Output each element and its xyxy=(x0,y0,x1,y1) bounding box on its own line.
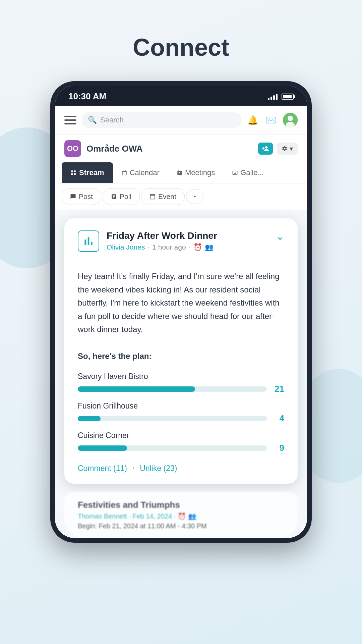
search-bar[interactable]: 🔍 Search xyxy=(82,112,241,128)
search-icon: 🔍 xyxy=(88,116,97,124)
page-title: Connect xyxy=(0,0,362,81)
poll-count-1: 21 xyxy=(272,384,284,394)
bottom-card-begin: Begin: Feb 21, 2024 at 11:00 AM - 4:30 P… xyxy=(78,522,284,530)
expand-icon[interactable]: ⌄ xyxy=(276,230,284,242)
content-area: Friday After Work Dinner Olivia Jones · … xyxy=(55,210,307,538)
poll-button-label: Poll xyxy=(120,193,131,201)
tab-calendar-label: Calendar xyxy=(130,168,160,177)
post-body-text: Hey team! It's finally Friday, and I'm s… xyxy=(78,272,280,334)
nav-tabs: Stream Calendar Meetings xyxy=(55,162,307,183)
post-time-ago: 1 hour ago xyxy=(152,243,186,251)
tab-gallery-label: Galle... xyxy=(240,168,264,177)
post-header: Friday After Work Dinner Olivia Jones · … xyxy=(78,230,284,252)
unlike-button[interactable]: Unlike (23) xyxy=(140,464,177,473)
group-actions: ▾ xyxy=(258,143,298,155)
join-group-button[interactable] xyxy=(258,143,273,155)
battery-icon xyxy=(282,94,294,100)
bottom-card-meta: Thomas Bennett · Feb 14, 2024 · ⏰ 👥 xyxy=(78,512,284,520)
tab-stream[interactable]: Stream xyxy=(62,162,113,183)
chevron-down-icon xyxy=(192,194,198,200)
poll-option-3: Cuisine Corner 9 xyxy=(78,431,284,453)
notification-icon[interactable]: 🔔 xyxy=(247,114,259,126)
post-title-area: Friday After Work Dinner Olivia Jones · … xyxy=(107,230,268,251)
post-button-label: Post xyxy=(79,193,93,201)
poll-bar-fill-1 xyxy=(78,386,195,392)
post-author[interactable]: Olivia Jones xyxy=(107,243,145,251)
poll-count-2: 4 xyxy=(272,413,284,424)
group-logo: OO xyxy=(64,140,81,157)
svg-rect-4 xyxy=(74,170,76,172)
poll-bar-bg-1 xyxy=(78,386,267,392)
calendar-icon xyxy=(122,170,127,175)
poll-bar-bg-2 xyxy=(78,416,267,421)
bar-chart-icon xyxy=(82,234,95,248)
post-button[interactable]: Post xyxy=(62,188,101,205)
tab-gallery[interactable]: Galle... xyxy=(224,162,273,183)
menu-icon[interactable] xyxy=(64,116,76,124)
svg-point-1 xyxy=(288,116,293,121)
poll-icon xyxy=(111,194,117,200)
tab-stream-label: Stream xyxy=(79,168,104,177)
action-row: Post Poll Event xyxy=(55,183,307,210)
group-logo-letters: OO xyxy=(67,144,78,153)
comment-button[interactable]: Comment (11) xyxy=(78,464,127,473)
bottom-card-title: Festivities and Triumphs xyxy=(78,500,284,510)
svg-rect-3 xyxy=(71,170,73,172)
tab-calendar[interactable]: Calendar xyxy=(113,162,168,183)
post-body: Hey team! It's finally Friday, and I'm s… xyxy=(78,270,284,363)
clock-icon: ⏰ xyxy=(193,243,202,251)
post-divider xyxy=(78,260,284,260)
grid-icon xyxy=(70,170,76,176)
event-button-label: Event xyxy=(158,193,176,201)
post-plan-heading: So, here's the plan: xyxy=(78,352,152,361)
more-button[interactable] xyxy=(186,189,203,204)
post-actions: Comment (11) • Unlike (23) xyxy=(78,464,284,473)
meetings-icon xyxy=(177,170,182,175)
audience-icon: 👥 xyxy=(205,243,214,251)
post-meta: Olivia Jones · 1 hour ago · ⏰ 👥 xyxy=(107,243,268,251)
chat-icon xyxy=(70,194,76,200)
topbar-icons: 🔔 ✉️ xyxy=(247,113,298,127)
poll-bar-bg-3 xyxy=(78,445,267,451)
poll-option-2-label: Fusion Grillhouse xyxy=(78,401,284,411)
signal-icon xyxy=(268,93,278,100)
bottom-card-date: Feb 14, 2024 xyxy=(132,513,172,520)
person-plus-icon xyxy=(262,145,269,152)
event-calendar-icon xyxy=(149,194,156,200)
phone-screen: 10:30 AM xyxy=(55,86,307,538)
poll-bar-fill-2 xyxy=(78,416,101,421)
svg-rect-6 xyxy=(74,173,76,175)
tab-meetings-label: Meetings xyxy=(185,168,215,177)
search-placeholder: Search xyxy=(100,116,124,124)
tab-meetings[interactable]: Meetings xyxy=(168,162,224,183)
poll-bar-fill-3 xyxy=(78,445,127,451)
gallery-icon xyxy=(232,170,238,175)
post-title: Friday After Work Dinner xyxy=(107,230,268,241)
post-card: Friday After Work Dinner Olivia Jones · … xyxy=(64,218,298,484)
poll-button[interactable]: Poll xyxy=(103,188,140,205)
app-topbar: 🔍 Search 🔔 ✉️ xyxy=(55,106,307,135)
status-time: 10:30 AM xyxy=(68,91,106,102)
poll-section: Savory Haven Bistro 21 Fusion Grillhouse xyxy=(78,372,284,453)
message-icon[interactable]: ✉️ xyxy=(265,114,277,126)
poll-count-3: 9 xyxy=(272,443,284,453)
poll-option-3-label: Cuisine Corner xyxy=(78,431,284,440)
poll-option-1-label: Savory Haven Bistro xyxy=(78,372,284,381)
status-bar: 10:30 AM xyxy=(55,86,307,106)
event-button[interactable]: Event xyxy=(141,188,185,205)
phone-frame: 10:30 AM xyxy=(50,81,312,543)
status-icons xyxy=(268,93,294,100)
bottom-card-author: Thomas Bennett xyxy=(78,513,127,520)
bottom-card: Festivities and Triumphs Thomas Bennett … xyxy=(64,492,298,538)
phone-wrapper: 10:30 AM xyxy=(0,81,362,543)
avatar[interactable] xyxy=(283,113,298,127)
group-header-bar: OO Område OWA ▾ xyxy=(55,135,307,162)
svg-rect-5 xyxy=(71,173,73,175)
group-name: Område OWA xyxy=(86,144,253,154)
post-icon xyxy=(78,230,99,252)
settings-button[interactable]: ▾ xyxy=(277,143,298,155)
poll-option-1: Savory Haven Bistro 21 xyxy=(78,372,284,394)
gear-icon xyxy=(282,146,288,152)
poll-option-2: Fusion Grillhouse 4 xyxy=(78,401,284,424)
